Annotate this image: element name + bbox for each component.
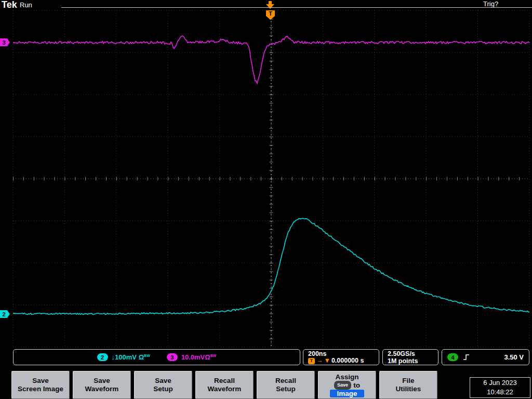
scope-screen: Tek Run Trig? T 3 2 2 ↓100mV ΩBW 3 10.0m… xyxy=(0,0,532,399)
ch3-scale-readout: 10.0mVΩBW xyxy=(181,353,217,361)
image-highlight: Image xyxy=(330,390,364,397)
trigger-status: Trig? xyxy=(483,0,498,8)
horizontal-readout[interactable]: 200ns T → ▼ 0.000000 s xyxy=(303,349,379,365)
trigger-t-icon: T xyxy=(308,358,315,364)
trigger-level-readout: 3.50 V xyxy=(504,353,524,361)
datetime-display: 6 Jun 2023 10:48:22 xyxy=(470,377,530,398)
trigger-readout[interactable]: 4 3.50 V xyxy=(442,349,529,365)
ch2-scale-readout: ↓100mV ΩBW xyxy=(112,353,150,361)
save-screen-image-button[interactable]: Save Screen Image xyxy=(11,371,70,399)
date-text: 6 Jun 2023 xyxy=(483,378,516,388)
channel-readouts[interactable]: 2 ↓100mV ΩBW 3 10.0mVΩBW xyxy=(13,349,300,365)
trigger-arrow-icon: → xyxy=(316,357,323,364)
waveform-display xyxy=(0,0,532,399)
sample-rate-readout: 2.50GS/s xyxy=(388,350,438,357)
trigger-marker-icon: ▼ xyxy=(324,357,330,364)
top-divider xyxy=(61,7,532,8)
record-length-readout: 1M points xyxy=(388,357,438,365)
file-utilities-button[interactable]: File Utilities xyxy=(379,371,437,399)
ch2-badge[interactable]: 2 xyxy=(97,353,108,361)
rising-edge-icon xyxy=(463,353,470,361)
acquisition-readout[interactable]: 2.50GS/s 1M points xyxy=(382,349,438,365)
save-setup-button[interactable]: Save Setup xyxy=(134,371,192,399)
time-text: 10:48:22 xyxy=(487,388,513,397)
recall-setup-button[interactable]: Recall Setup xyxy=(257,371,315,399)
save-waveform-button[interactable]: Save Waveform xyxy=(73,371,131,399)
recall-waveform-button[interactable]: Recall Waveform xyxy=(195,371,254,399)
save-mini-badge: Save xyxy=(334,381,351,390)
timebase-readout: 200ns xyxy=(308,350,379,357)
ch3-badge[interactable]: 3 xyxy=(167,353,178,361)
tek-logo: Tek xyxy=(2,0,17,10)
trigger-position-readout: 0.000000 s xyxy=(331,357,364,364)
acquisition-status: Run xyxy=(20,1,32,9)
trigger-source-badge[interactable]: 4 xyxy=(447,353,458,361)
assign-save-to-image-button[interactable]: Assign Save to Image xyxy=(318,371,376,399)
